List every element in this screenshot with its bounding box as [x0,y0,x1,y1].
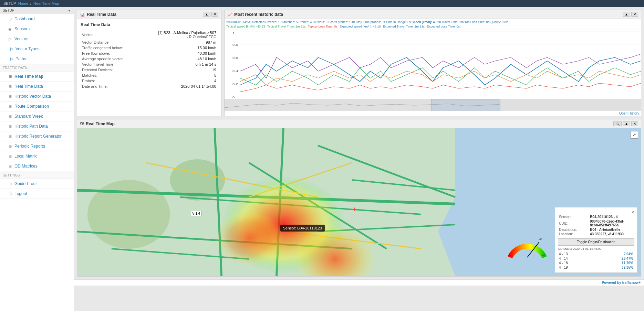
setup-label: SETUP [3,1,16,6]
rt-data-field-label: Vector Travel Time [81,62,156,67]
sensor-label: Sensor: [558,215,589,219]
typical-loss-label: Typical Loss Time: 0s [308,25,337,28]
map-panel: 🗺 Real Time Map 🔍 ▲ ✕ [77,119,641,277]
rt-data-field-value: 0 h 1 m 14 s [156,62,218,67]
rt-data-chart-icon: 📊 [80,12,85,17]
periodic-reports-icon: ⊞ [8,144,12,149]
footer: Powered by trafficnow+ [74,279,644,286]
rt-data-field-value: 4 [156,78,218,84]
sidebar-collapse-icon[interactable]: ◄ [67,9,71,12]
historic-up-btn[interactable]: ▲ [623,12,630,17]
powered-by-text: Powered by [602,281,621,285]
svg-text:1: 1 [232,32,235,35]
home-link[interactable]: Home [18,1,28,6]
rt-data-panel-controls: ▲ ✕ [203,12,218,17]
rt-data-row: Traffic congested below:15.00 km/h [81,45,218,51]
rt-data-row: Vector[1] B23 - A.Molina / Pajaritas->B0… [81,30,218,40]
current-page-link[interactable]: Real Time Map [33,1,59,6]
rt-data-row: Vector Travel Time0 h 1 m 14 s [81,62,218,67]
sensor-popup: Sensor: B04-20110123 [280,225,325,232]
od-header: OD Matrix 2020-04-01 14:45:00: [558,247,634,250]
map-container[interactable]: V-1.4 Sensor: B04-20110123 [77,128,641,276]
sidebar-item-historic-vector-data[interactable]: ⊞ Historic Vector Data [0,92,74,101]
historic-report-icon: ⊞ [8,134,12,139]
map-search-btn[interactable]: 🔍 [613,121,622,126]
settings-section: SETTINGS [0,171,74,179]
vector-types-icon: ▷ [10,46,13,51]
sidebar: SETUP ◄ ⊞ Dashboard ◉ Sensors ▷ Vectors … [0,7,74,311]
sidebar-item-sensors[interactable]: ◉ Sensors [0,24,74,34]
svg-text:0.4: 0.4 [232,69,238,73]
sidebar-item-historic-path-data[interactable]: ⊞ Historic Path Data [0,121,74,131]
paths-icon: ▷ [10,56,13,61]
sidebar-item-route-comparison[interactable]: ⊞ Route Comparison [0,101,74,111]
historic-vector-icon: ⊞ [8,94,12,99]
map-version-label: V-1.4 [191,211,201,216]
setup-header: SETUP ◄ [0,7,74,14]
open-history-link[interactable]: Open History [225,111,641,116]
info-panel-close[interactable]: ✕ [631,210,634,215]
rt-data-body-title: Real Time Data [81,22,218,27]
chart-minimap[interactable] [225,99,641,111]
od-table: 4 - 132.94%4 - 1426.47%4 - 1811.76%4 - 1… [558,252,634,270]
map-close-btn[interactable]: ✕ [631,121,638,126]
plus-marker: + [353,206,356,213]
top-panels-row: 📊 Real Time Data ▲ ✕ Real Time Data Vect… [74,7,644,119]
sidebar-item-standard-week[interactable]: ⊞ Standard Week [0,111,74,121]
rt-data-field-label: Probes: [81,78,156,84]
sidebar-item-dashboard[interactable]: ⊞ Dashboard [0,14,74,24]
map-up-btn[interactable]: ▲ [623,121,630,126]
svg-text:0: 0 [508,254,510,257]
od-from-to: 4 - 13 [558,252,589,256]
sidebar-item-periodic-reports[interactable]: ⊞ Periodic Reports [0,141,74,151]
location-label: Location: [558,232,589,236]
historic-panel-title: 📈 Most recent historic data [227,12,283,17]
desc-value: B04 - Arteixo/Nelle [589,227,634,232]
svg-text:0.6: 0.6 [232,56,238,60]
fullscreen-btn[interactable]: ⤢ [631,131,638,139]
rt-data-up-btn[interactable]: ▲ [203,12,210,17]
speedometer-svg: 0 40 80 [507,232,548,259]
typical-travel-label: Typical Travel Time: 1m 21s [267,25,306,28]
sidebar-item-od-matrices[interactable]: ⊞ OD Matrices [0,161,74,171]
desc-label: Description: [558,227,589,232]
standard-week-icon: ⊞ [8,114,12,119]
expected-speed-label: Expected speed [km/h]: 48.10 [340,25,381,28]
map-panel-controls: 🔍 ▲ ✕ [613,121,638,126]
traffic-data-section: TRAFFIC DATA [0,64,74,72]
od-from-to: 4 - 19 [558,265,589,270]
od-percentage: 32.35% [589,265,634,270]
map-panel-wrapper: 🗺 Real Time Map 🔍 ▲ ✕ [74,119,644,279]
breadcrumb-sep: / [30,1,31,6]
sidebar-item-logout[interactable]: ⊞ Logout [0,189,74,199]
od-percentage: 2.94% [589,252,634,256]
sidebar-item-paths[interactable]: ▷ Paths [0,54,74,64]
od-row: 4 - 1811.76% [558,261,634,265]
speedometer: 0 40 80 [507,232,548,259]
sidebar-item-guided-tour[interactable]: ⊞ Guided Tour [0,179,74,189]
rt-data-close-btn[interactable]: ✕ [211,12,218,17]
rt-data-row: Detected Devices:19 [81,67,218,73]
sidebar-item-real-time-data[interactable]: ⊞ Real Time Data [0,82,74,92]
logout-icon: ⊞ [8,192,12,196]
rt-data-panel: 📊 Real Time Data ▲ ✕ Real Time Data Vect… [77,10,221,116]
local-matrix-icon: ⊞ [8,154,12,159]
sidebar-item-historic-report-generator[interactable]: ⊞ Historic Report Generator [0,131,74,141]
rt-data-field-value: 48.10 km/h [156,56,218,62]
sidebar-item-vectors[interactable]: ▷ Vectors [0,34,74,44]
map-panel-body: V-1.4 Sensor: B04-20110123 [77,128,641,276]
chart-info: 2020/04/01 14:54: Detected Devices: 19 M… [225,19,641,30]
minimap-svg [225,99,641,111]
main-content: 📊 Real Time Data ▲ ✕ Real Time Data Vect… [74,7,644,311]
rt-data-table: Vector[1] B23 - A.Molina / Pajaritas->B0… [81,30,218,89]
rt-data-field-label: Vector [81,30,156,40]
chart-svg: 0 0.2 0.4 0.6 0.8 1 [225,30,641,99]
toggle-origin-destination-btn[interactable]: Toggle Origin/Destination [558,238,634,246]
historic-path-icon: ⊞ [8,124,12,129]
svg-text:0: 0 [232,96,235,99]
sidebar-item-real-time-map[interactable]: ⊞ Real Time Map [0,72,74,82]
sidebar-item-local-matrix[interactable]: ⊞ Local Matrix [0,151,74,161]
sidebar-item-vector-types[interactable]: ▷ Vector Types [0,44,74,54]
od-from-to: 4 - 14 [558,256,589,261]
historic-close-btn[interactable]: ✕ [631,12,638,17]
